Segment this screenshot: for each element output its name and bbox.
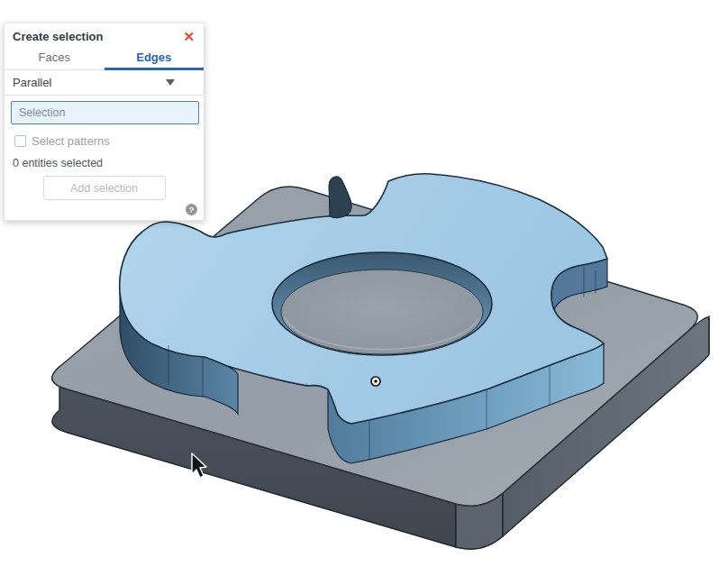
add-selection-button[interactable]: Add selection [43,176,166,200]
application-window: Create selection ✕ Faces Edges Parallel … [0,0,728,585]
help-icon[interactable]: ? [186,204,197,215]
close-icon[interactable]: ✕ [183,31,195,43]
recess-floor-face[interactable] [281,270,483,354]
filter-dropdown-value: Parallel [13,76,51,89]
chevron-down-icon [166,79,175,86]
create-selection-dialog: Create selection ✕ Faces Edges Parallel … [4,23,205,221]
entities-status: 0 entities selected [13,157,204,169]
tab-faces[interactable]: Faces [5,48,105,69]
filter-dropdown[interactable]: Parallel [5,70,204,96]
selection-input[interactable] [17,105,193,120]
part-top-slot[interactable] [329,177,351,218]
selection-field[interactable] [11,101,199,124]
tab-edges[interactable]: Edges [105,48,205,69]
select-patterns-checkbox[interactable] [14,135,26,147]
vertex-marker[interactable] [371,377,380,386]
dialog-title: Create selection [13,30,103,43]
select-patterns-row: Select patterns [14,134,204,148]
dialog-header: Create selection ✕ [5,23,204,48]
tab-bar: Faces Edges [5,48,204,70]
select-patterns-label: Select patterns [32,134,110,148]
